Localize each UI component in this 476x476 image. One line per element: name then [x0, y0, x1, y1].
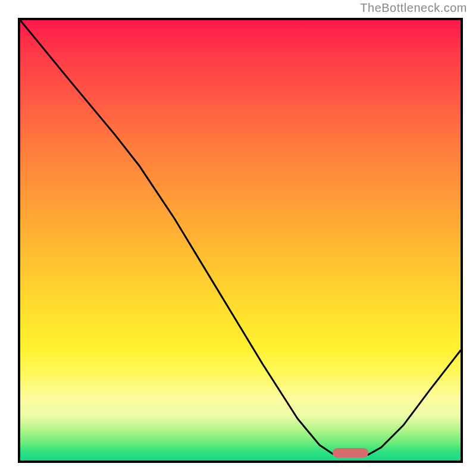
bottleneck-curve — [20, 20, 461, 456]
optimum-marker — [333, 448, 368, 458]
plot-area — [18, 18, 463, 463]
curve-overlay — [20, 20, 461, 461]
chart-canvas: TheBottleneck.com — [0, 0, 476, 476]
watermark-text: TheBottleneck.com — [360, 1, 467, 15]
